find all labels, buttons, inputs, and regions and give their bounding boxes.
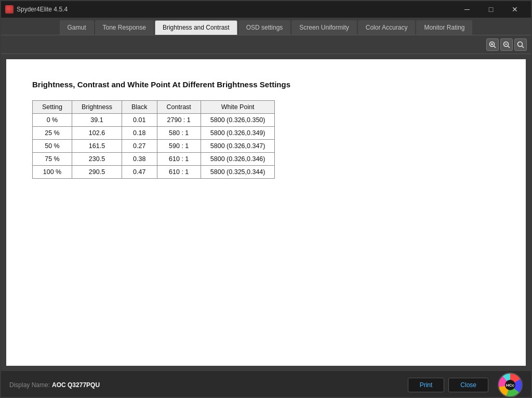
spyder-logo-text: HCc: [505, 380, 515, 390]
svg-line-3: [494, 46, 496, 48]
table-row: 100 %290.50.47610 : 15800 (0.325,0.344): [33, 166, 275, 179]
data-table: Setting Brightness Black Contrast White …: [32, 100, 275, 179]
minimize-button[interactable]: ─: [455, 1, 479, 18]
col-header-setting: Setting: [33, 101, 72, 114]
cell-black: 0.47: [122, 166, 157, 179]
print-button[interactable]: Print: [408, 378, 445, 392]
cell-setting: 100 %: [33, 166, 72, 179]
cell-black: 0.38: [122, 153, 157, 166]
zoom-fit-button[interactable]: [514, 38, 527, 51]
zoom-in-icon: [489, 41, 496, 48]
tab-gamut[interactable]: Gamut: [60, 20, 94, 35]
table-row: 0 %39.10.012790 : 15800 (0.326,0.350): [33, 114, 275, 127]
svg-line-6: [508, 46, 510, 48]
col-header-brightness: Brightness: [72, 101, 122, 114]
cell-brightness: 102.6: [72, 127, 122, 140]
page-title: Brightness, Contrast and White Point At …: [32, 80, 505, 89]
cell-contrast: 580 : 1: [157, 127, 201, 140]
bottom-bar: Display Name: AOC Q3277PQU Print Close H…: [1, 371, 531, 398]
close-button[interactable]: ✕: [503, 1, 527, 18]
cell-brightness: 290.5: [72, 166, 122, 179]
cell-whitePoint: 5800 (0.326,0.349): [201, 127, 275, 140]
tab-brightness-contrast[interactable]: Brightness and Contrast: [155, 20, 237, 35]
spyder-logo: HCc: [498, 373, 523, 397]
tab-monitor-rating[interactable]: Monitor Rating: [416, 20, 472, 35]
display-name-label: Display Name:: [9, 381, 50, 389]
svg-point-7: [518, 42, 523, 46]
zoom-out-icon: [503, 41, 510, 48]
cell-whitePoint: 5800 (0.326,0.350): [201, 114, 275, 127]
page-panel: Brightness, Contrast and White Point At …: [6, 59, 526, 366]
cell-contrast: 2790 : 1: [157, 114, 201, 127]
window-controls: ─ □ ✕: [455, 1, 527, 18]
cell-black: 0.01: [122, 114, 157, 127]
cell-whitePoint: 5800 (0.326,0.347): [201, 140, 275, 153]
zoom-in-button[interactable]: [486, 38, 499, 51]
bottom-buttons: Print Close HCc: [408, 373, 523, 397]
tab-bar: Gamut Tone Response Brightness and Contr…: [1, 18, 531, 35]
cell-setting: 75 %: [33, 153, 72, 166]
tab-screen-uniformity[interactable]: Screen Uniformity: [291, 20, 356, 35]
cell-contrast: 590 : 1: [157, 140, 201, 153]
cell-contrast: 610 : 1: [157, 166, 201, 179]
cell-setting: 50 %: [33, 140, 72, 153]
col-header-black: Black: [122, 101, 157, 114]
cell-black: 0.18: [122, 127, 157, 140]
app-icon: [5, 5, 14, 14]
col-header-contrast: Contrast: [157, 101, 201, 114]
cell-contrast: 610 : 1: [157, 153, 201, 166]
svg-line-8: [522, 46, 524, 48]
table-row: 50 %161.50.27590 : 15800 (0.326,0.347): [33, 140, 275, 153]
table-header-row: Setting Brightness Black Contrast White …: [33, 101, 275, 114]
cell-black: 0.27: [122, 140, 157, 153]
cell-brightness: 230.5: [72, 153, 122, 166]
tab-color-accuracy[interactable]: Color Accuracy: [358, 20, 416, 35]
tab-osd-settings[interactable]: OSD settings: [238, 20, 291, 35]
maximize-button[interactable]: □: [479, 1, 503, 18]
zoom-fit-icon: [517, 41, 524, 48]
cell-whitePoint: 5800 (0.326,0.346): [201, 153, 275, 166]
col-header-whitepoint: White Point: [201, 101, 275, 114]
toolbar: [1, 35, 531, 54]
table-row: 75 %230.50.38610 : 15800 (0.326,0.346): [33, 153, 275, 166]
cell-whitePoint: 5800 (0.325,0.344): [201, 166, 275, 179]
cell-setting: 0 %: [33, 114, 72, 127]
zoom-out-button[interactable]: [500, 38, 513, 51]
close-app-button[interactable]: Close: [448, 378, 488, 392]
tab-tone-response[interactable]: Tone Response: [95, 20, 154, 35]
app-title: Spyder4Elite 4.5.4: [17, 6, 455, 13]
content-area: Brightness, Contrast and White Point At …: [1, 54, 531, 371]
cell-brightness: 39.1: [72, 114, 122, 127]
cell-setting: 25 %: [33, 127, 72, 140]
title-bar: Spyder4Elite 4.5.4 ─ □ ✕: [1, 1, 531, 18]
cell-brightness: 161.5: [72, 140, 122, 153]
display-name-value: AOC Q3277PQU: [52, 381, 100, 389]
table-row: 25 %102.60.18580 : 15800 (0.326,0.349): [33, 127, 275, 140]
